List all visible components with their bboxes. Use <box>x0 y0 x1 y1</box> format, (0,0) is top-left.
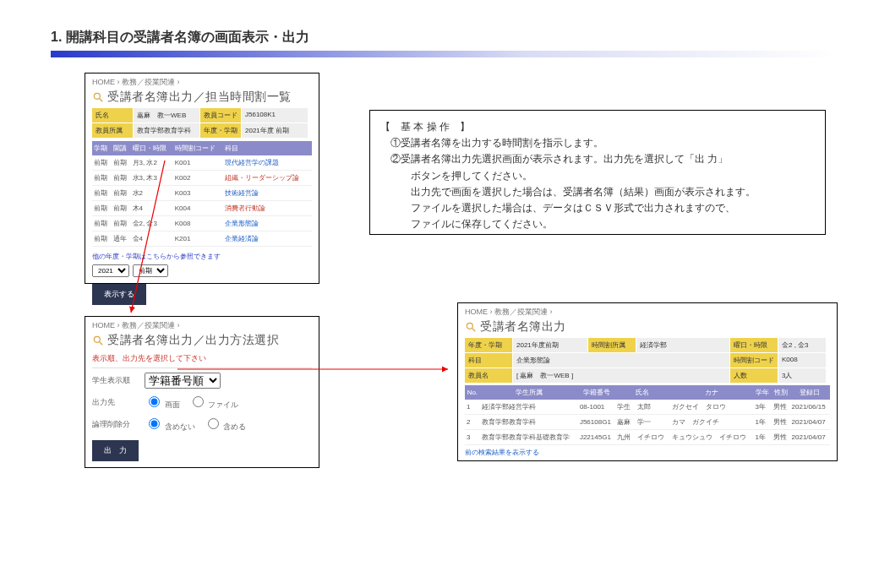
label-logical-delete: 論理削除分 <box>92 419 136 430</box>
instr-line: ボタンを押してください。 <box>380 168 815 184</box>
label-dept: 教員所属 <box>92 123 133 138</box>
table-row[interactable]: 前期前期水3, 木3K002組織・リーダーシップ論 <box>92 171 312 186</box>
radio-screen[interactable]: 画面 <box>145 394 180 411</box>
svg-line-1 <box>100 99 103 102</box>
radio-file[interactable]: ファイル <box>188 394 239 411</box>
panel-title: 受講者名簿出力／担当時間割一覧 <box>107 90 292 105</box>
instr-line: ファイルを選択した場合は、データはＣＳＶ形式で出力されますので、 <box>380 200 815 216</box>
radio-exclude[interactable]: 含めない <box>145 416 195 433</box>
instruction-box: 【 基 本 操 作 】 ①受講者名簿を出力する時間割を指示します。 ②受講者名簿… <box>369 110 826 235</box>
subject-link[interactable]: 技術経営論 <box>223 186 312 201</box>
label-name: 氏名 <box>92 108 133 122</box>
label-subject: 科目 <box>465 353 512 368</box>
th: 開講 <box>112 141 131 155</box>
value-subject: 企業形態論 <box>513 353 729 368</box>
breadcrumb[interactable]: HOME › 教務／授業関連 › <box>85 317 319 333</box>
table-row[interactable]: 前期前期水2K003技術経営論 <box>92 186 312 201</box>
th: 学期 <box>92 141 112 155</box>
value-term: 2021年度前期 <box>513 338 587 352</box>
label-daytime: 曜日・時限 <box>730 338 778 352</box>
value-teacher-code: J56108K1 <box>242 108 308 122</box>
table-row[interactable]: 前期前期金2, 金3K008企業形態論 <box>92 216 312 231</box>
panel-output-select: HOME › 教務／授業関連 › 受講者名簿出力／出力方法選択 表示順、出力先を… <box>85 316 319 468</box>
th: 曜日・時限 <box>131 141 173 155</box>
table-row[interactable]: 前期前期木4K004消費者行動論 <box>92 201 312 216</box>
value-tt-dept: 経済学部 <box>636 338 729 352</box>
panel-roster-result: HOME › 教務／授業関連 › 受講者名簿出力 年度・学期 2021年度前期 … <box>457 302 838 461</box>
th: 科目 <box>223 141 312 155</box>
page-title: 1. 開講科目の受講者名簿の画面表示・出力 <box>51 29 309 46</box>
magnifier-icon <box>92 335 104 346</box>
magnifier-icon <box>92 91 104 103</box>
note-other-terms: 他の年度・学期はこちらから参照できます <box>85 250 319 263</box>
label-teacher-code: 教員コード <box>200 108 241 122</box>
table-row: 3教育学部教育学科基礎教育学J22145G1九州 イチロウキュウシュウ イチロウ… <box>465 430 830 445</box>
value-term: 2021年度 前期 <box>242 123 308 138</box>
instr-line: ファイルに保存してください。 <box>380 216 815 232</box>
sort-order-select[interactable]: 学籍番号順 <box>145 373 221 389</box>
show-button[interactable]: 表示する <box>92 284 146 305</box>
breadcrumb[interactable]: HOME › 教務／授業関連 › <box>85 74 319 90</box>
subject-link[interactable]: 企業経済論 <box>223 231 312 247</box>
svg-point-0 <box>94 93 100 99</box>
radio-include[interactable]: 含める <box>204 416 247 433</box>
title-divider <box>51 51 837 57</box>
year-select[interactable]: 2021 <box>92 264 129 277</box>
subject-link[interactable]: 組織・リーダーシップ論 <box>223 171 312 186</box>
instr-line: ①受講者名簿を出力する時間割を指示します。 <box>380 135 815 151</box>
instr-line: ②受講者名簿出力先選択画面が表示されます。出力先を選択して「出 力」 <box>380 151 815 167</box>
label-output-dest: 出力先 <box>92 397 136 408</box>
magnifier-icon <box>465 321 477 333</box>
output-button[interactable]: 出 力 <box>92 440 139 461</box>
label-teacher: 教員名 <box>465 368 512 383</box>
prev-results-link[interactable]: 前の検索結果を表示する <box>458 448 837 457</box>
value-dept: 教育学部教育学科 <box>134 123 199 138</box>
label-sort-order: 学生表示順 <box>92 375 136 386</box>
value-count: 3人 <box>778 368 826 383</box>
label-tt-dept: 時間割所属 <box>588 338 636 352</box>
subject-link[interactable]: 消費者行動論 <box>223 201 312 216</box>
term-select[interactable]: 前期 <box>133 264 168 277</box>
label-term: 年度・学期 <box>200 123 241 138</box>
value-tt-code: K008 <box>778 353 826 368</box>
label-count: 人数 <box>730 368 778 383</box>
value-name: 嘉麻 教一WEB <box>134 108 199 122</box>
svg-line-3 <box>100 342 103 346</box>
table-row: 1経済学部経営学科08-1001学生 太郎ガクセイ タロウ3年男性2021/06… <box>465 400 830 415</box>
table-row[interactable]: 前期通年金4K201企業経済論 <box>92 231 312 247</box>
timetable-table: 学期 開講 曜日・時限 時間割コード 科目 前期前期月3, 水2K001現代経営… <box>92 141 312 247</box>
table-row: 2教育学部教育学科J56108G1嘉麻 学一カマ ガクイチ1年男性2021/04… <box>465 415 830 430</box>
value-teacher: [ 嘉麻 教一WEB ] <box>513 368 729 383</box>
roster-table: No.学生所属学籍番号氏名カナ学年性別登録日 1経済学部経営学科08-1001学… <box>465 385 830 445</box>
th: 時間割コード <box>173 141 223 155</box>
panel-title: 受講者名簿出力／出力方法選択 <box>107 333 279 348</box>
subject-link[interactable]: 企業形態論 <box>223 216 312 231</box>
label-tt-code: 時間割コード <box>730 353 778 368</box>
panel-title: 受講者名簿出力 <box>480 319 566 335</box>
instr-header: 【 基 本 操 作 】 <box>380 119 815 135</box>
red-instruction: 表示順、出力先を選択して下さい <box>85 351 319 366</box>
svg-point-2 <box>94 336 100 342</box>
label-term: 年度・学期 <box>465 338 512 352</box>
svg-line-5 <box>472 329 476 332</box>
value-daytime: 金2 , 金3 <box>778 338 826 352</box>
instr-line: 出力先で画面を選択した場合は、受講者名簿（結果）画面が表示されます。 <box>380 184 815 200</box>
panel-timetable-list: HOME › 教務／授業関連 › 受講者名簿出力／担当時間割一覧 氏名 嘉麻 教… <box>85 73 319 284</box>
breadcrumb[interactable]: HOME › 教務／授業関連 › <box>458 303 837 319</box>
svg-point-4 <box>467 323 472 329</box>
subject-link[interactable]: 現代経営学の課題 <box>223 155 312 171</box>
table-row[interactable]: 前期前期月3, 水2K001現代経営学の課題 <box>92 155 312 171</box>
